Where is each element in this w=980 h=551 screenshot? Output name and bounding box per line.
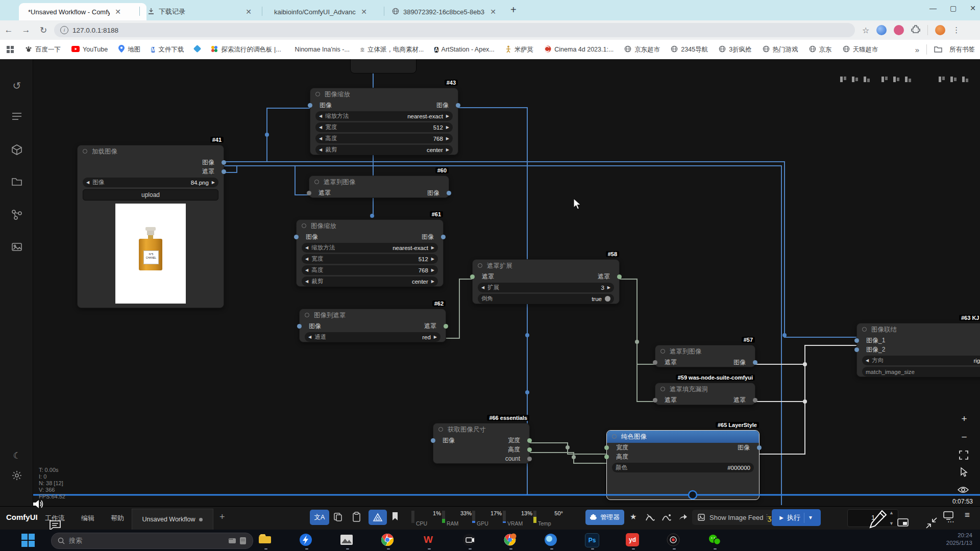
taskbar-search[interactable]: 搜索 (51, 533, 253, 549)
speaker-icon[interactable] (32, 497, 45, 511)
bookmark-star-icon[interactable]: ☆ (862, 26, 869, 35)
bookmark-item-13[interactable]: 3折疯抢 (719, 45, 751, 54)
canvas-minus-button[interactable]: − (959, 432, 970, 443)
combo-left-arrow-icon[interactable]: ◀ (86, 178, 89, 187)
node-61[interactable]: #61图像缩放图像图像◀缩放方法nearest-exact▶◀宽度512▶◀高度… (296, 219, 444, 287)
tab-close-icon[interactable]: ✕ (114, 8, 122, 16)
translate-button[interactable]: 文A (310, 510, 329, 525)
output-slot-dot[interactable] (527, 447, 532, 452)
extension-pink-icon[interactable] (894, 25, 904, 35)
history-icon[interactable]: ↺ (10, 79, 23, 92)
taskbar-app-thunder[interactable] (299, 533, 313, 547)
combo-right-arrow-icon[interactable]: ▶ (431, 277, 434, 286)
node-41-widget-0[interactable]: ◀图像84.png▶ (83, 178, 218, 187)
reroute-dot-8[interactable] (803, 362, 807, 366)
reroute-dot-6[interactable] (566, 445, 570, 449)
taskbar-app-capcut[interactable] (462, 533, 477, 547)
theme-moon-icon[interactable]: ☾ (10, 449, 23, 462)
node-58[interactable]: #58遮罩扩展遮罩遮罩◀扩展3▶倒角true (472, 259, 620, 304)
combo-left-arrow-icon[interactable]: ◀ (319, 134, 322, 143)
model-box-icon[interactable] (10, 144, 23, 157)
output-slot-dot[interactable] (447, 191, 451, 195)
bookmark-item-8[interactable]: AArtStation - Apex... (434, 46, 494, 54)
node-41-image-preview[interactable]: N°5CHANEL (115, 204, 186, 304)
notes-shortcut-icon[interactable] (239, 537, 247, 545)
taskbar-app-chrome[interactable] (381, 533, 395, 547)
taskbar-app-obs[interactable] (667, 533, 681, 547)
align-tool-icon-7[interactable] (950, 76, 958, 83)
input-slot-dot[interactable] (653, 398, 657, 403)
node-63-widget-0[interactable]: ◀方向right▶ (862, 356, 980, 365)
clipboard-icon[interactable] (351, 511, 361, 524)
align-tool-icon-2[interactable] (863, 76, 871, 83)
combo-right-arrow-icon[interactable]: ▶ (431, 243, 434, 253)
site-info-icon[interactable]: i (60, 26, 68, 34)
comfy-logo[interactable]: ComfyUI (6, 513, 38, 521)
extension-globe-icon[interactable] (876, 25, 887, 35)
combo-right-arrow-icon[interactable]: ▶ (446, 111, 449, 121)
combo-left-arrow-icon[interactable]: ◀ (481, 283, 484, 292)
canvas-fit-view-button[interactable] (959, 450, 969, 462)
chrome-menu-icon[interactable]: ⋮ (952, 26, 960, 35)
reroute-dot-0[interactable] (265, 133, 269, 137)
windows-start-button[interactable] (21, 534, 35, 547)
bookmark-item-15[interactable]: 京东 (809, 45, 832, 54)
reroute-dot-4[interactable] (782, 333, 787, 337)
input-slot-dot[interactable] (307, 191, 311, 195)
profile-avatar[interactable] (935, 25, 945, 35)
output-slot-dot[interactable] (456, 103, 460, 108)
address-bar[interactable]: i 127.0.0.1:8188 (54, 23, 855, 37)
collapse-dot-icon[interactable] (302, 223, 306, 228)
taskbar-app-chrome-badge[interactable] (503, 533, 518, 547)
collapse-dot-icon[interactable] (660, 349, 665, 354)
collapse-dot-icon[interactable] (314, 180, 319, 184)
toggle-knob[interactable] (605, 296, 610, 302)
bookmark-item-6[interactable]: Ninomae Ina'nis -... (292, 46, 350, 53)
output-slot-dot[interactable] (441, 235, 446, 239)
input-slot-dot[interactable] (854, 338, 859, 343)
image-panel-icon[interactable] (10, 242, 23, 255)
browser-tab-2[interactable]: kaibioinfo/ComfyUI_Advance✕ (265, 3, 389, 20)
extensions-puzzle-icon[interactable] (911, 24, 920, 36)
logo-triangle-button[interactable] (369, 510, 387, 525)
bookmark-item-9[interactable]: 米萨莫 (505, 45, 534, 54)
canvas-plus-button[interactable]: + (959, 413, 970, 424)
collapse-dot-icon[interactable] (862, 327, 867, 332)
collapse-dot-icon[interactable] (305, 313, 309, 317)
combo-right-arrow-icon[interactable]: ▶ (212, 178, 215, 187)
bookmark-item-3[interactable]: M文件下载 (151, 45, 184, 54)
bookmarks-apps-grid-icon[interactable] (6, 45, 14, 54)
combo-right-arrow-icon[interactable]: ▶ (434, 332, 437, 342)
combo-left-arrow-icon[interactable]: ◀ (319, 145, 322, 155)
combo-left-arrow-icon[interactable]: ◀ (305, 265, 308, 275)
canvas-visibility-button[interactable] (958, 486, 969, 496)
collapse-dot-icon[interactable] (438, 427, 443, 432)
node-43-widget-2[interactable]: ◀高度768▶ (315, 134, 453, 143)
combo-right-arrow-icon[interactable]: ▶ (446, 134, 449, 143)
node-65-widget-0[interactable]: 颜色#000000 (612, 463, 754, 472)
settings-gear-icon[interactable] (10, 470, 23, 484)
input-slot-dot[interactable] (297, 324, 302, 329)
queue-icon[interactable] (10, 111, 23, 124)
folder-icon[interactable] (10, 177, 23, 190)
taskbar-clock[interactable]: 20:24 2025/1/13 (946, 532, 972, 547)
bookmark-item-5[interactable]: 探索流行的调色板 |... (211, 45, 281, 54)
reroute-dot-9[interactable] (803, 399, 807, 404)
pip-icon[interactable] (897, 518, 909, 527)
taskbar-app-wechat[interactable] (707, 533, 722, 547)
output-slot-dot[interactable] (444, 324, 448, 329)
reroute-dot-1[interactable] (370, 214, 374, 218)
node-66[interactable]: #66 essentials获取图像尺寸图像宽度高度count (433, 423, 530, 464)
align-tool-icon-3[interactable] (881, 76, 889, 83)
run-dropdown-chevron[interactable]: ▼ (808, 515, 813, 520)
bookmark-item-12[interactable]: 2345导航 (671, 45, 708, 54)
taskbar-app-quark[interactable] (544, 533, 558, 547)
shrink-arrows-icon[interactable] (925, 516, 938, 530)
canvas-select-mode-button[interactable] (960, 467, 969, 480)
collapse-dot-icon[interactable] (660, 387, 665, 391)
bookmark-item-1[interactable]: YouTube (71, 46, 108, 54)
node-60[interactable]: #60遮罩到图像遮罩图像 (309, 176, 449, 198)
node-65[interactable]: #65 LayerStyle纯色图像宽度图像高度颜色#000000 (606, 430, 760, 500)
minimize-button[interactable]: — (929, 4, 937, 12)
star-icon[interactable]: ★ (630, 512, 636, 521)
